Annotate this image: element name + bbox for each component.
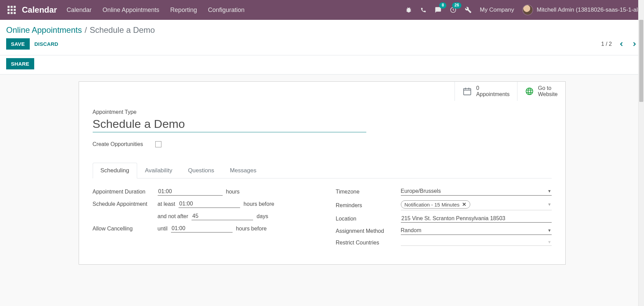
user-menu[interactable]: Mitchell Admin (13818026-saas-15-1-al	[522, 4, 638, 15]
bug-icon[interactable]	[405, 6, 412, 13]
pager-next-icon[interactable]	[631, 41, 638, 48]
stat-website[interactable]: Go to Website	[517, 82, 565, 101]
caret-down-icon: ▼	[548, 202, 552, 207]
cancel-label: Allow Cancelling	[93, 226, 158, 232]
chat-badge: 8	[439, 2, 446, 9]
reminder-tag: Notification - 15 Minutes ✕	[401, 200, 471, 209]
share-row: SHARE	[0, 55, 644, 75]
breadcrumb-current: Schedule a Demo	[90, 25, 155, 35]
globe-icon	[525, 87, 534, 96]
timezone-label: Timezone	[336, 189, 401, 195]
caret-down-icon: ▼	[548, 189, 552, 194]
avatar	[522, 4, 533, 15]
timezone-select[interactable]: Europe/Brussels ▼	[401, 188, 552, 196]
apps-icon[interactable]	[6, 4, 17, 15]
caret-down-icon: ▼	[548, 240, 552, 244]
restrict-label: Restrict Countries	[336, 240, 401, 246]
company-name[interactable]: My Company	[480, 6, 514, 13]
cancel-input[interactable]	[171, 225, 233, 232]
duration-input[interactable]	[158, 188, 223, 196]
schedule-suffix1: hours before	[244, 201, 274, 207]
schedule-prefix2: and not after	[158, 213, 188, 219]
pager-text: 1 / 2	[601, 41, 612, 47]
assign-select[interactable]: Random ▼	[401, 227, 552, 235]
user-name: Mitchell Admin (13818026-saas-15-1-al	[537, 6, 638, 13]
cancel-prefix: until	[158, 226, 168, 232]
brand-title[interactable]: Calendar	[22, 5, 57, 15]
form-left-col: Appointment Duration hours Schedule Appo…	[93, 188, 308, 251]
tab-availability[interactable]: Availability	[137, 163, 180, 178]
schedule-prefix1: at least	[158, 201, 175, 207]
nav-item-online-appointments[interactable]: Online Appointments	[103, 6, 159, 14]
top-navbar: Calendar Calendar Online Appointments Re…	[0, 0, 644, 20]
create-opportunities-label: Create Opportunities	[93, 141, 143, 147]
breadcrumb-sep: /	[84, 25, 87, 35]
save-button[interactable]: SAVE	[6, 38, 30, 50]
tab-questions[interactable]: Questions	[180, 163, 222, 178]
calendar-icon	[462, 87, 472, 96]
location-input[interactable]	[401, 215, 552, 223]
phone-icon[interactable]	[420, 7, 426, 13]
svg-rect-1	[464, 89, 471, 95]
reminder-tag-text: Notification - 15 Minutes	[405, 202, 460, 208]
scrollbar[interactable]	[638, 0, 644, 265]
assign-value: Random	[401, 227, 421, 234]
nav-item-calendar[interactable]: Calendar	[67, 6, 92, 14]
nav-item-reporting[interactable]: Reporting	[170, 6, 197, 14]
nav-right: 8 26 My Company Mitchell Admin (13818026…	[405, 4, 638, 15]
duration-label: Appointment Duration	[93, 189, 158, 195]
stat-count: 0	[476, 85, 510, 91]
duration-suffix: hours	[226, 189, 240, 195]
tab-scheduling[interactable]: Scheduling	[93, 163, 137, 178]
schedule-suffix2: days	[257, 213, 268, 219]
location-label: Location	[336, 216, 401, 222]
title-label: Appointment Type	[93, 109, 552, 115]
tab-messages[interactable]: Messages	[222, 163, 264, 178]
scrollbar-thumb[interactable]	[639, 20, 643, 102]
assign-label: Assignment Method	[336, 228, 401, 234]
stat-label: Appointments	[476, 91, 510, 97]
chat-icon[interactable]: 8	[435, 6, 442, 13]
schedule-min-input[interactable]	[179, 200, 240, 208]
pager-prev-icon[interactable]	[618, 41, 625, 48]
stat-appointments[interactable]: 0 Appointments	[455, 82, 517, 101]
pager: 1 / 2	[601, 41, 638, 48]
stat-website-line1: Go to	[538, 85, 558, 91]
reminders-input[interactable]: Notification - 15 Minutes ✕ ▼	[401, 200, 552, 210]
tools-icon[interactable]	[465, 6, 472, 13]
schedule-max-input[interactable]	[192, 213, 253, 220]
tag-remove-icon[interactable]: ✕	[462, 201, 466, 208]
button-box: 0 Appointments Go to Website	[455, 82, 565, 101]
tabs: Scheduling Availability Questions Messag…	[93, 162, 552, 178]
reminders-label: Reminders	[336, 202, 401, 209]
appointment-type-input[interactable]	[93, 117, 366, 132]
nav-menu: Calendar Online Appointments Reporting C…	[67, 6, 245, 14]
control-panel: Online Appointments / Schedule a Demo SA…	[0, 20, 644, 55]
restrict-select[interactable]: ▼	[401, 240, 552, 246]
cancel-suffix: hours before	[236, 226, 267, 232]
form-sheet: 0 Appointments Go to Website Appointment…	[79, 81, 566, 265]
breadcrumb: Online Appointments / Schedule a Demo	[6, 25, 638, 35]
stat-website-line2: Website	[538, 91, 558, 97]
clock-icon[interactable]: 26	[450, 6, 457, 13]
caret-down-icon: ▼	[548, 228, 552, 233]
create-opportunities-checkbox[interactable]	[155, 141, 161, 147]
discard-button[interactable]: DISCARD	[30, 38, 63, 50]
timezone-value: Europe/Brussels	[401, 188, 441, 194]
form-right-col: Timezone Europe/Brussels ▼ Reminders Not…	[336, 188, 552, 251]
share-button[interactable]: SHARE	[6, 58, 34, 69]
breadcrumb-parent[interactable]: Online Appointments	[6, 25, 82, 35]
clock-badge: 26	[452, 2, 461, 9]
nav-item-configuration[interactable]: Configuration	[208, 6, 245, 14]
schedule-label: Schedule Appointment	[93, 201, 158, 207]
